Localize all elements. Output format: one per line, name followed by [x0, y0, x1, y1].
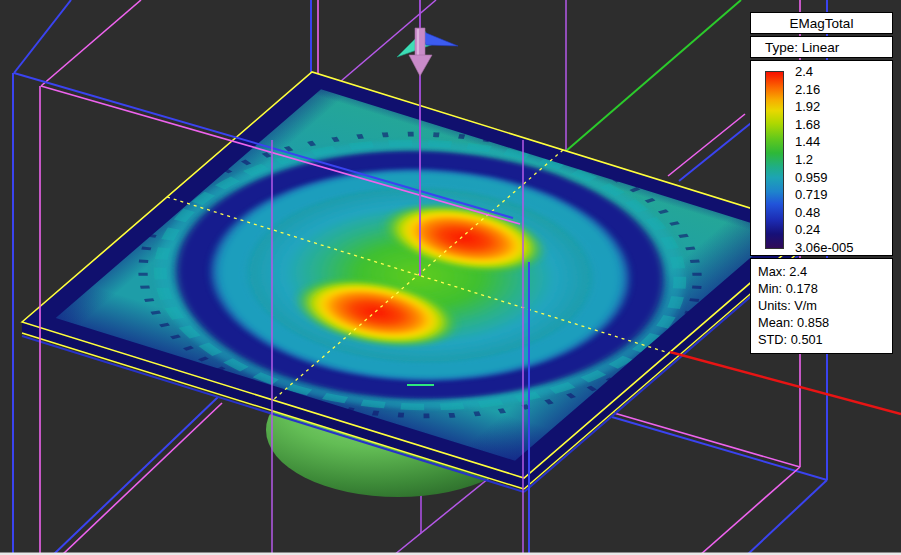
stat-units: Units: V/m: [758, 297, 892, 314]
colorbar-gradient: [765, 71, 784, 249]
colorbar-tick: 1.2: [795, 152, 813, 167]
colorbar-tick: 3.06e-005: [795, 240, 854, 255]
legend-statistics: Max: 2.4 Min: 0.178 Units: V/m Mean: 0.8…: [750, 258, 893, 354]
colorbar-tick: 0.959: [795, 170, 828, 185]
colorbar-tick: 1.44: [795, 134, 820, 149]
legend-title: EMagTotal: [750, 12, 893, 34]
stat-min: Min: 0.178: [758, 280, 892, 297]
stat-std: STD: 0.501: [758, 331, 892, 348]
colorbar-tick: 0.48: [795, 205, 820, 220]
colorbar-tick: 0.719: [795, 187, 828, 202]
legend-panel: EMagTotal Type: Linear 2.4 2.16 1.92 1.6…: [750, 12, 893, 356]
colorbar-tick: 1.68: [795, 117, 820, 132]
legend-scale-type: Type: Linear: [750, 36, 893, 58]
colorbar-tick: 0.24: [795, 222, 820, 237]
legend-colorbar-box: 2.4 2.16 1.92 1.68 1.44 1.2 0.959 0.719 …: [750, 60, 893, 256]
stat-mean: Mean: 0.858: [758, 314, 892, 331]
colorbar-tick: 2.16: [795, 82, 820, 97]
stat-max: Max: 2.4: [758, 263, 892, 280]
simulation-window: EMagTotal Type: Linear 2.4 2.16 1.92 1.6…: [0, 0, 901, 555]
colorbar-tick: 1.92: [795, 99, 820, 114]
colorbar-tick: 2.4: [795, 64, 813, 79]
